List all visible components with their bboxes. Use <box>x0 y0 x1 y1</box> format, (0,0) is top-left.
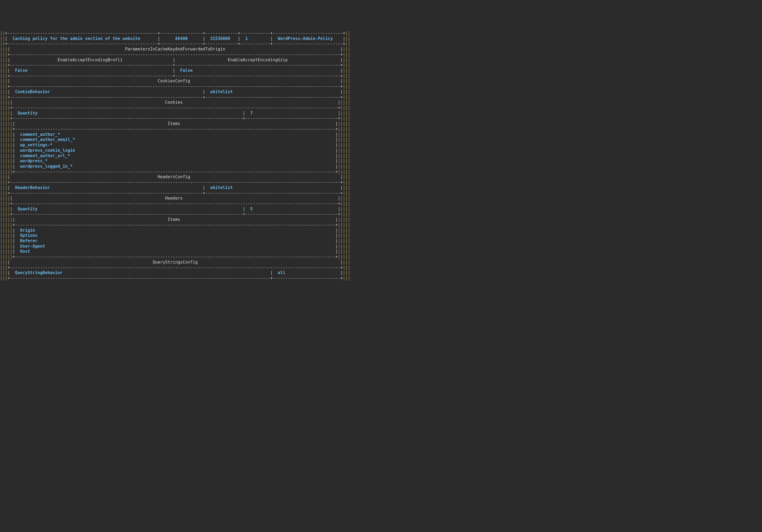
terminal-output: ||+-------------------------------------… <box>0 31 762 281</box>
